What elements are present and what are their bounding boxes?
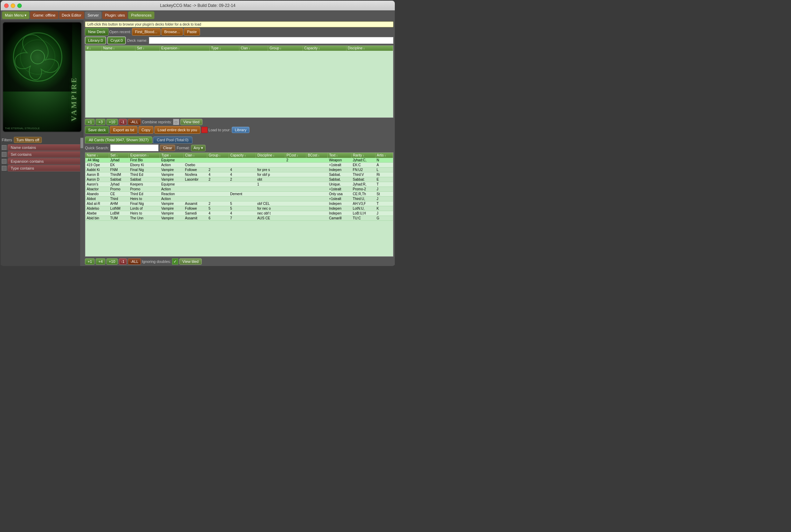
- cards-col-clan[interactable]: Clan: [184, 153, 207, 158]
- save-deck-button[interactable]: Save deck: [85, 126, 109, 134]
- table-row[interactable]: Aaron'sJyhadKeepersEquipme1Unique.Jyhad:…: [85, 182, 393, 187]
- table-row[interactable]: AbebeLoBMHeirs toVampireSamedi44nec obf …: [85, 211, 393, 216]
- cards-col-expansion[interactable]: Expansion: [129, 153, 160, 158]
- new-deck-button[interactable]: New Deck: [85, 28, 108, 36]
- filter-checkbox[interactable]: [2, 159, 7, 164]
- filter-label[interactable]: Type contains: [8, 165, 83, 171]
- minus1-cards-button[interactable]: -1: [119, 258, 127, 265]
- format-select[interactable]: Any ▾: [191, 145, 206, 151]
- card-name: Abid bin: [85, 216, 109, 221]
- card-rarity: Promo-2: [351, 187, 375, 192]
- deck-col-expansion[interactable]: Expansion: [160, 46, 209, 51]
- filter-label[interactable]: Name contains: [8, 144, 83, 151]
- table-row[interactable]: AbactorPromoPromoAction+1stealtPromo-2J: [85, 187, 393, 192]
- clear-button[interactable]: Clear: [160, 145, 175, 151]
- cards-col-bcost[interactable]: BCost: [306, 153, 328, 158]
- card-expansion: The Unn: [129, 216, 160, 221]
- table-row[interactable]: AbandoCEThird EdReactionDementOnly usaCE…: [85, 192, 393, 197]
- left-panel-scroll-thumb[interactable]: [80, 138, 83, 148]
- card-set: LotNM: [109, 206, 129, 211]
- card-pool-tab[interactable]: Card Pool (Total:0): [153, 136, 192, 143]
- all-cards-tab[interactable]: All Cards (Total:3947, Shown:3927): [85, 136, 152, 143]
- deck-col-capacity[interactable]: Capacity: [303, 46, 346, 51]
- deck-col-clan[interactable]: Clan: [239, 46, 268, 51]
- table-row[interactable]: AbdelsoLotNMLords ofVampireFollowe55for …: [85, 206, 393, 211]
- table-row[interactable]: 419 OpeEKEbony KiActionOsebo+1stealtEK:C…: [85, 163, 393, 168]
- card-name: Aabbt Ki: [85, 168, 109, 172]
- cards-col-type[interactable]: Type: [160, 153, 184, 158]
- card-name: Abd al-R: [85, 201, 109, 206]
- table-row[interactable]: AbbotThirdHeirs toAction+1stealtThird:U,…: [85, 197, 393, 201]
- crypt-count-button[interactable]: Crypt:0: [107, 37, 126, 44]
- cards-col-name[interactable]: Name: [85, 153, 109, 158]
- cards-table: NameSetExpansionTypeClanGroupCapacityDis…: [85, 153, 393, 221]
- export-txt-button[interactable]: Export as txt: [110, 126, 137, 134]
- library-count-button[interactable]: Library:0: [85, 37, 106, 44]
- add10-deck-button[interactable]: +10: [106, 119, 118, 125]
- table-row[interactable]: Aabbt KiFNMFinal NigVampireFollowe24for …: [85, 168, 393, 172]
- filter-label[interactable]: Set contains: [8, 151, 83, 158]
- search-input[interactable]: [110, 144, 159, 151]
- view-tiled-deck-button[interactable]: View tiled: [180, 119, 203, 125]
- card-image: VAMPIRE THE ETERNAL STRUGGLE: [2, 22, 82, 132]
- left-panel-scrollbar[interactable]: [80, 137, 84, 266]
- cards-col-set[interactable]: Set: [109, 153, 129, 158]
- card-clan: [184, 197, 207, 201]
- filter-checkbox[interactable]: [2, 152, 7, 157]
- add1-cards-button[interactable]: +1: [85, 258, 95, 265]
- turn-filters-off-button[interactable]: Turn filters off: [14, 137, 42, 143]
- paste-button[interactable]: Paste: [184, 28, 200, 36]
- card-text: Only usa: [327, 192, 351, 197]
- cards-col-text[interactable]: Text: [327, 153, 351, 158]
- close-button[interactable]: [4, 3, 9, 8]
- deck-col-#[interactable]: #: [85, 46, 102, 51]
- card-text: Indepen: [327, 206, 351, 211]
- copy-button[interactable]: Copy: [139, 126, 154, 134]
- card-expansion: Final Nig: [129, 168, 160, 172]
- view-tiled-cards-button[interactable]: View tiled: [179, 258, 202, 265]
- minimize-button[interactable]: [11, 3, 15, 8]
- deck-col-group[interactable]: Group: [268, 46, 303, 51]
- add10-cards-button[interactable]: +10: [106, 258, 118, 265]
- deck-col-type[interactable]: Type: [210, 46, 239, 51]
- add4-cards-button[interactable]: +4: [96, 258, 105, 265]
- add1-deck-button[interactable]: +1: [85, 119, 95, 125]
- combine-reprints-checkbox[interactable]: □: [173, 119, 179, 125]
- cards-col-artis[interactable]: Artis: [375, 153, 393, 158]
- load-entire-deck-button[interactable]: Load entire deck to you: [154, 126, 200, 134]
- ignoring-doubles-checkbox[interactable]: ✓: [172, 258, 178, 265]
- cards-col-rarity[interactable]: Rarity: [351, 153, 375, 158]
- deck-col-name[interactable]: Name: [102, 46, 135, 51]
- table-row[interactable]: Abd al-RAHMFinal NigVampireAssamit25obf …: [85, 201, 393, 206]
- deck-col-discipline[interactable]: Discipline: [346, 46, 393, 51]
- filter-label[interactable]: Expansion contains: [8, 158, 83, 164]
- cards-col-capacity[interactable]: Capacity: [229, 153, 256, 158]
- card-capacity: [229, 163, 256, 168]
- preferences-button[interactable]: Preferences: [128, 11, 154, 19]
- load-library-button[interactable]: Library: [232, 127, 250, 133]
- table-row[interactable]: Aaron BThirdMThird EdVampireNosfera44for…: [85, 172, 393, 177]
- deck-name-input[interactable]: [149, 37, 393, 44]
- server-button[interactable]: Server: [85, 11, 102, 19]
- browse-button[interactable]: Browse...: [161, 28, 183, 36]
- plugin-button[interactable]: Plugin: utes: [102, 11, 127, 19]
- cards-col-pcost[interactable]: PCost: [285, 153, 306, 158]
- minus1-deck-button[interactable]: -1: [119, 119, 127, 125]
- main-menu-button[interactable]: Main Menu ▾: [2, 11, 29, 19]
- maximize-button[interactable]: [17, 3, 22, 8]
- filter-checkbox[interactable]: [2, 145, 7, 150]
- table-row[interactable]: Aaron DSabbatSabbatVampireLasombr22obtSa…: [85, 177, 393, 182]
- add3-deck-button[interactable]: +3: [96, 119, 105, 125]
- deck-editor-button[interactable]: Deck Editor: [59, 11, 84, 19]
- recent-file-button[interactable]: First_Blood...: [132, 28, 161, 36]
- table-row[interactable]: Abid binTUMThe UnnVampireAssamit67AUS CE…: [85, 216, 393, 221]
- cards-col-discipline[interactable]: Discipline: [256, 153, 285, 158]
- deck-col-set[interactable]: Set: [135, 46, 160, 51]
- card-group: 6: [207, 216, 229, 221]
- game-offline-button[interactable]: Game: offline: [30, 11, 58, 19]
- filter-checkbox[interactable]: [2, 166, 7, 171]
- table-row[interactable]: .44 MagJyhadFirst BloEquipme2WeaponJyhad…: [85, 158, 393, 163]
- minusall-cards-button[interactable]: -ALL: [128, 258, 141, 265]
- cards-col-group[interactable]: Group: [207, 153, 229, 158]
- minusall-deck-button[interactable]: -ALL: [128, 119, 141, 125]
